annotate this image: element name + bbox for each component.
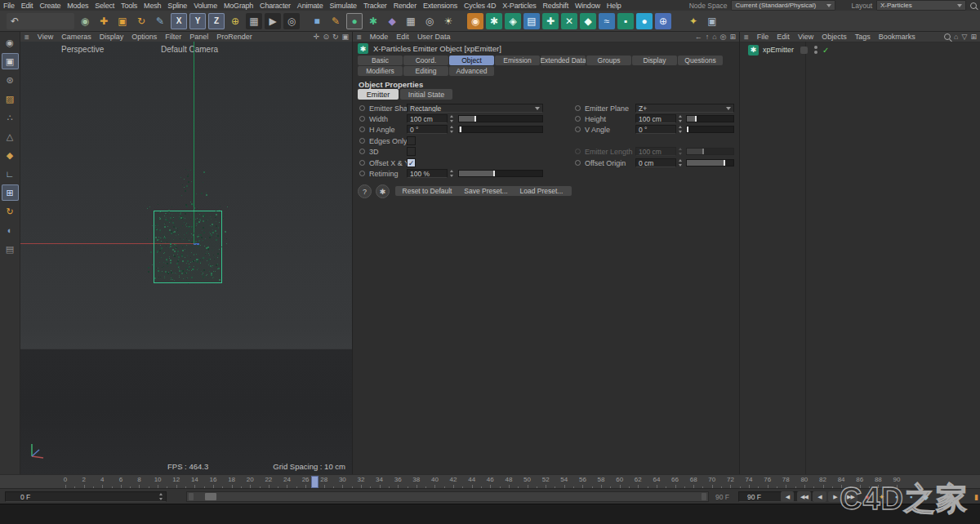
slider-width[interactable] (458, 115, 543, 122)
tab-questions[interactable]: Questions (678, 56, 723, 65)
object-tree-item[interactable]: ✱ xpEmitter ✓ (740, 44, 980, 56)
spinner-icon[interactable] (449, 125, 455, 134)
param-dot-height[interactable] (575, 116, 581, 122)
search-icon[interactable] (944, 33, 951, 40)
value-field-h-angle[interactable]: 0 ° (407, 125, 448, 134)
coordinate-system[interactable]: ⊕ (227, 13, 243, 29)
render-settings[interactable]: ◎ (283, 13, 300, 29)
slider-height[interactable] (686, 115, 734, 122)
menu-viewport-cameras[interactable]: Cameras (57, 33, 96, 41)
undo-button[interactable]: ↶ (7, 13, 74, 29)
menu-viewport-display[interactable]: Display (96, 33, 128, 41)
menu-main-animate[interactable]: Animate (294, 2, 327, 10)
tab-emission[interactable]: Emission (495, 56, 540, 65)
menu-viewport-options[interactable]: Options (127, 33, 161, 41)
load-preset-button[interactable]: Load Preset... (511, 186, 572, 196)
om-nav-icon-0[interactable]: ⌂ (954, 33, 958, 41)
menu-main-help[interactable]: Help (604, 2, 625, 10)
menu-main-select[interactable]: Select (91, 2, 118, 10)
solo-mode[interactable]: ◐ (2, 222, 19, 238)
value-field-height[interactable]: 100 cm (635, 114, 676, 123)
gear-mode[interactable]: ⊛ (2, 72, 19, 88)
add-volume-object[interactable]: ◆ (384, 13, 400, 29)
subtab-emitter[interactable]: Emitter (358, 89, 399, 100)
previous-frame-button[interactable]: ◀ (813, 491, 826, 502)
value-field-width[interactable]: 100 cm (407, 114, 448, 123)
param-dot-emitter-length[interactable] (575, 149, 581, 154)
menu-main-edit[interactable]: Edit (18, 2, 37, 10)
visibility-toggles[interactable] (814, 45, 817, 55)
param-dot-offset-x-y[interactable] (359, 160, 365, 166)
menu-om-objects[interactable]: Objects (817, 33, 851, 41)
tab-extended-data[interactable]: Extended Data (541, 56, 586, 65)
menu-attribute-mode[interactable]: Mode (366, 33, 393, 41)
tab-advanced[interactable]: Advanced (449, 66, 494, 76)
playhead[interactable] (311, 476, 318, 488)
spinner-icon[interactable] (678, 158, 684, 167)
menu-main-mesh[interactable]: Mesh (140, 2, 164, 10)
xp-action-icon[interactable]: ● (636, 13, 653, 29)
snap-mode[interactable]: ⊞ (2, 184, 19, 201)
menu-main-render[interactable]: Render (390, 2, 420, 10)
param-dot-emitter-plane[interactable] (575, 105, 581, 111)
tab-coord[interactable]: Coord. (403, 56, 448, 65)
tab-basic[interactable]: Basic (358, 56, 403, 65)
slider-h-angle[interactable] (458, 126, 543, 133)
menu-main-character[interactable]: Character (256, 2, 294, 10)
slider-offset-origin[interactable] (686, 159, 734, 167)
param-dot-retiming[interactable] (359, 171, 365, 176)
layout-dropdown[interactable]: X-Particles (876, 0, 966, 11)
slider-handle[interactable] (724, 160, 725, 166)
key-tool-icon[interactable]: ✦ (685, 13, 702, 29)
menu-main-volume[interactable]: Volume (190, 2, 220, 10)
menu-main-redshift[interactable]: Redshift (540, 2, 572, 10)
slider-v-angle[interactable] (686, 126, 734, 133)
value-field-retiming[interactable]: 100 % (407, 169, 448, 178)
goto-start-button[interactable]: ◀ (781, 491, 794, 502)
menu-om-file[interactable]: File (753, 33, 773, 41)
render-to-picture-viewer[interactable]: ▶ (265, 13, 281, 29)
xp-system-icon[interactable]: ◈ (505, 13, 521, 29)
tab-editing[interactable]: Editing (403, 66, 448, 76)
om-nav-icon-1[interactable]: ▽ (962, 33, 968, 41)
subtab-initial-state[interactable]: Initial State (400, 89, 452, 100)
rotate-tool[interactable]: ↻ (133, 13, 149, 29)
reset-to-default-button[interactable]: Reset to Default (395, 186, 459, 196)
checkbox-3d[interactable] (407, 147, 416, 156)
param-dot-h-angle[interactable] (359, 127, 365, 132)
spinner-icon[interactable] (449, 114, 455, 123)
value-field-v-angle[interactable]: 0 ° (635, 125, 676, 134)
add-generator-object[interactable]: ● (346, 13, 363, 29)
xp-emitter-icon[interactable]: ✱ (486, 13, 502, 29)
viewport-nav-icon-0[interactable]: ✛ (314, 33, 320, 41)
hamburger-icon[interactable]: ≡ (740, 33, 753, 42)
spinner-icon[interactable] (678, 147, 684, 156)
edges-mode[interactable]: △ (2, 128, 19, 144)
attribute-nav-icon-4[interactable]: ⊞ (729, 33, 736, 41)
range-right-handle[interactable] (702, 493, 706, 500)
points-mode[interactable]: ∴ (2, 109, 19, 126)
menu-om-edit[interactable]: Edit (773, 33, 794, 41)
param-dot-width[interactable] (359, 116, 365, 122)
checkbox-edges-only[interactable] (407, 136, 416, 145)
value-field-offset-origin[interactable]: 0 cm (635, 158, 676, 167)
tab-modifiers[interactable]: Modifiers (358, 66, 403, 76)
menu-viewport-prorender[interactable]: ProRender (212, 33, 256, 41)
add-mograph-object[interactable]: ✱ (365, 13, 381, 29)
viewport-nav-icon-2[interactable]: ↻ (332, 33, 339, 41)
spinner-icon[interactable] (449, 169, 455, 178)
x-axis-lock[interactable]: X (171, 13, 187, 29)
checkbox-offset-x-y[interactable]: ✓ (407, 158, 416, 167)
om-nav-icon-2[interactable]: ⊞ (970, 33, 977, 41)
node-space-dropdown[interactable]: Current (Standard/Physical) (731, 0, 835, 11)
texture-mode[interactable]: ▨ (2, 91, 19, 107)
menu-main-create[interactable]: Create (36, 2, 64, 10)
y-axis-lock[interactable]: Y (189, 13, 206, 29)
selection-mode[interactable]: ◉ (2, 34, 19, 51)
menu-main-tools[interactable]: Tools (118, 2, 140, 10)
add-light-object[interactable]: ☀ (440, 13, 457, 29)
timeline-ruler[interactable]: 0246810121416182022242628303234363840424… (0, 474, 980, 488)
add-camera-object[interactable]: ◎ (421, 13, 438, 29)
attribute-nav-icon-3[interactable]: ◎ (720, 33, 727, 41)
menu-viewport-filter[interactable]: Filter (161, 33, 185, 41)
